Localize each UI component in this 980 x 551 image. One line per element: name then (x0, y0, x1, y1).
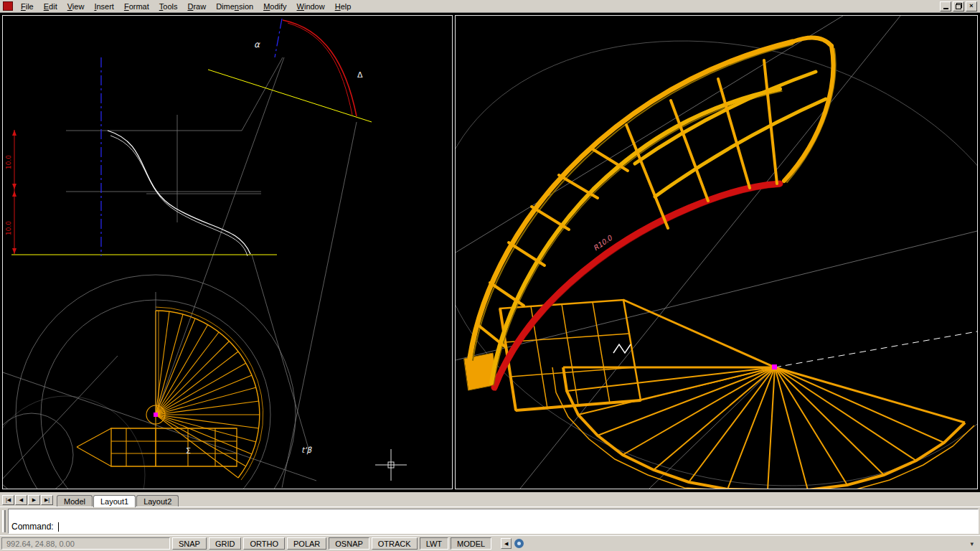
toggle-osnap[interactable]: OSNAP (329, 537, 369, 550)
dimension-10: 10.0 10.0 (5, 130, 17, 254)
menu-format[interactable]: Format (119, 1, 154, 11)
dim-lower-label: 10.0 (5, 221, 12, 235)
status-tray: ◀ (501, 538, 524, 549)
menu-insert[interactable]: Insert (89, 1, 119, 11)
tbeta-label: t'β (301, 446, 312, 455)
tab-scroll-buttons: |◀◀▶▶| (2, 495, 53, 505)
tab-layout1[interactable]: Layout1 (93, 495, 136, 507)
tab-scroll-last[interactable]: ▶| (41, 495, 53, 505)
toggle-grid[interactable]: GRID (209, 537, 242, 550)
restore-button[interactable] (953, 1, 964, 11)
minimize-icon (943, 8, 948, 9)
red-profile-arc (283, 20, 357, 116)
yellow-reference-lines (11, 70, 372, 255)
menu-tools[interactable]: Tools (154, 1, 183, 11)
command-window: Command: (0, 507, 980, 535)
menu-file[interactable]: File (16, 1, 39, 11)
menu-bar: FileEditViewInsertFormatToolsDrawDimensi… (0, 0, 980, 13)
command-window-grip[interactable] (2, 510, 6, 532)
minimize-button[interactable] (940, 1, 951, 11)
dim-upper-label: 10.0 (5, 155, 12, 169)
right-viewport-drawing: R10.0 (456, 16, 977, 489)
communication-center-icon[interactable] (514, 539, 524, 548)
spiral-stair-plan (77, 307, 263, 480)
tab-model[interactable]: Model (57, 495, 93, 507)
tab-scroll-next[interactable]: ▶ (28, 495, 40, 505)
menu-items: FileEditViewInsertFormatToolsDrawDimensi… (16, 1, 356, 11)
window-controls: × (940, 1, 979, 11)
left-viewport-drawing: 10.0 10.0 (3, 16, 452, 489)
crosshair-cursor (375, 449, 407, 481)
menu-draw[interactable]: Draw (182, 1, 211, 11)
viewport-left-2d[interactable]: 10.0 10.0 (2, 15, 453, 489)
menu-window[interactable]: Window (292, 1, 330, 11)
delta-label: Δ (357, 70, 363, 80)
layout-tabs: ModelLayout1Layout2 (57, 494, 179, 507)
sigma-label: Σ (186, 446, 191, 456)
command-input-area[interactable]: Command: (8, 509, 979, 534)
dashed-axis-line (775, 331, 977, 367)
coordinate-readout[interactable]: 992.64, 24.88, 0.00 (1, 537, 170, 550)
red-stringer-band (494, 184, 780, 387)
toggle-polar[interactable]: POLAR (287, 537, 326, 550)
status-toggles: SNAPGRIDORTHOPOLAROSNAPOTRACKLWTMODEL (172, 537, 491, 550)
blade-profile-curve (108, 131, 250, 256)
outer-rail (470, 42, 793, 357)
break-symbol (613, 344, 631, 353)
status-menu-arrow[interactable]: ▾ (966, 540, 977, 547)
app-icon[interactable] (3, 1, 13, 11)
tray-collapse-button[interactable]: ◀ (501, 538, 512, 549)
text-cursor (58, 522, 59, 532)
centerline-blue (101, 19, 282, 256)
command-prompt: Command: (11, 522, 54, 532)
toggle-snap[interactable]: SNAP (172, 537, 207, 550)
close-button[interactable]: × (966, 1, 977, 11)
toggle-model[interactable]: MODEL (451, 537, 491, 550)
menu-help[interactable]: Help (330, 1, 357, 11)
snap-point-marker-3d (772, 364, 777, 369)
drawing-area: 10.0 10.0 (0, 13, 980, 492)
restore-icon (956, 3, 962, 9)
layout-tab-bar: |◀◀▶▶| ModelLayout1Layout2 (0, 492, 980, 507)
menu-dimension[interactable]: Dimension (211, 1, 258, 11)
toggle-otrack[interactable]: OTRACK (372, 537, 418, 550)
top-cap-member (793, 38, 831, 46)
tab-scroll-prev[interactable]: ◀ (15, 495, 27, 505)
menu-edit[interactable]: Edit (39, 1, 62, 11)
menu-view[interactable]: View (62, 1, 90, 11)
viewport-right-3d[interactable]: R10.0 (455, 15, 978, 489)
toggle-ortho[interactable]: ORTHO (243, 537, 285, 550)
menu-modify[interactable]: Modify (258, 1, 291, 11)
toggle-lwt[interactable]: LWT (420, 537, 448, 550)
snap-point-marker (154, 413, 158, 417)
stair-3d-structure (464, 38, 836, 390)
tab-layout2[interactable]: Layout2 (136, 495, 179, 507)
alpha-label: α (254, 39, 260, 50)
construction-lines (3, 57, 357, 489)
status-bar: 992.64, 24.88, 0.00 SNAPGRIDORTHOPOLAROS… (0, 535, 980, 551)
tab-scroll-first[interactable]: |◀ (2, 495, 14, 505)
stair-plan-perspective (500, 300, 974, 489)
